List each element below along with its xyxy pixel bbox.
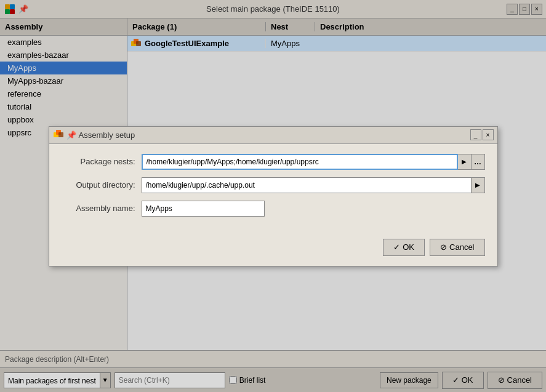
dialog-footer: ✓ OK ⊘ Cancel: [49, 234, 497, 266]
output-dir-label: Output directory:: [62, 180, 142, 190]
dialog-cancel-button[interactable]: ⊘ Cancel: [430, 239, 484, 256]
dialog-pin-icon: 📌: [66, 130, 76, 140]
dialog-titlebar: 📌 Assembly setup _ ×: [49, 127, 497, 144]
assembly-name-label: Assembly name:: [62, 204, 142, 213]
package-nests-input-group: ▶ …: [142, 154, 485, 170]
package-nests-label: Package nests:: [62, 157, 142, 166]
dialog-title-text: Assembly setup: [79, 130, 135, 140]
assembly-name-input-group: [142, 201, 485, 217]
dialog-icon: [53, 129, 64, 140]
package-nests-arrow-btn[interactable]: ▶: [458, 154, 472, 170]
dialog-controls: _ ×: [470, 129, 494, 140]
modal-overlay: 📌 Assembly setup _ × Package nests: ▶ … …: [0, 0, 546, 392]
dialog-cancel-icon: ⊘: [440, 242, 447, 252]
dialog-ok-button[interactable]: ✓ OK: [383, 239, 425, 256]
output-dir-input[interactable]: [142, 177, 472, 193]
assembly-name-row: Assembly name:: [62, 201, 485, 217]
dialog-ok-label: OK: [403, 242, 414, 252]
package-nests-input[interactable]: [142, 154, 458, 170]
package-nests-dots-btn[interactable]: …: [472, 154, 485, 170]
output-dir-row: Output directory: ▶: [62, 177, 485, 193]
output-dir-input-group: ▶: [142, 177, 485, 193]
assembly-name-input[interactable]: [142, 201, 265, 217]
output-dir-arrow-btn[interactable]: ▶: [472, 177, 485, 193]
dialog-body: Package nests: ▶ … Output directory: ▶ A…: [49, 144, 497, 234]
dialog-ok-checkmark: ✓: [393, 242, 400, 252]
assembly-setup-dialog: 📌 Assembly setup _ × Package nests: ▶ … …: [49, 126, 498, 266]
dialog-cancel-label: Cancel: [449, 242, 474, 252]
dialog-title-left: 📌 Assembly setup: [53, 129, 135, 140]
dialog-close-button[interactable]: ×: [483, 129, 494, 140]
dialog-minimize-button[interactable]: _: [470, 129, 481, 140]
svg-rect-9: [58, 132, 63, 137]
package-nests-row: Package nests: ▶ …: [62, 154, 485, 170]
